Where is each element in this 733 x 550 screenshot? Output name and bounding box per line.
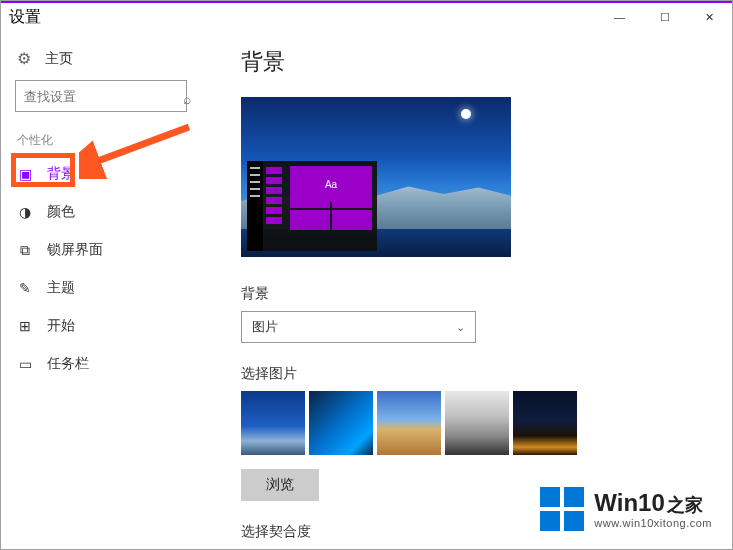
sidebar-item-label: 背景 [47,165,75,183]
windows-logo-icon [540,487,584,531]
sidebar-item-label: 开始 [47,317,75,335]
brush-icon: ✎ [17,280,33,296]
sidebar-item-label: 颜色 [47,203,75,221]
minimize-icon: — [614,11,625,23]
sidebar-item-label: 任务栏 [47,355,89,373]
window-controls: — ☐ ✕ [597,3,732,31]
close-button[interactable]: ✕ [687,3,732,31]
dropdown-value: 图片 [252,318,278,336]
sidebar-item-taskbar[interactable]: ▭ 任务栏 [1,345,201,383]
chevron-down-icon: ⌄ [456,321,465,334]
start-icon: ⊞ [17,318,33,334]
sidebar-item-themes[interactable]: ✎ 主题 [1,269,201,307]
sidebar-item-colors[interactable]: ◑ 颜色 [1,193,201,231]
thumbnail-1[interactable] [241,391,305,455]
titlebar: 设置 — ☐ ✕ [1,1,732,31]
section-label: 个性化 [1,122,201,155]
home-label: 主页 [45,50,73,68]
preview-start-menu: Aa [247,161,377,251]
sidebar-item-label: 锁屏界面 [47,241,103,259]
picture-icon: ▣ [17,166,33,182]
background-type-label: 背景 [241,285,712,303]
watermark-url: www.win10xitong.com [594,517,712,529]
browse-button[interactable]: 浏览 [241,469,319,501]
palette-icon: ◑ [17,204,33,220]
choose-picture-label: 选择图片 [241,365,712,383]
close-icon: ✕ [705,11,714,24]
gear-icon: ⚙ [17,49,31,68]
thumbnail-5[interactable] [513,391,577,455]
background-type-dropdown[interactable]: 图片 ⌄ [241,311,476,343]
taskbar-icon: ▭ [17,356,33,372]
home-button[interactable]: ⚙ 主页 [1,41,201,76]
page-title: 背景 [241,47,712,77]
maximize-button[interactable]: ☐ [642,3,687,31]
sidebar-item-lockscreen[interactable]: ⧉ 锁屏界面 [1,231,201,269]
sidebar-item-label: 主题 [47,279,75,297]
background-preview: Aa [241,97,511,257]
watermark-title: Win10之家 [594,489,712,517]
sidebar-item-start[interactable]: ⊞ 开始 [1,307,201,345]
sidebar: ⚙ 主页 ⌕ 个性化 ▣ 背景 ◑ 颜色 ⧉ 锁屏界面 ✎ 主题 ⊞ 开始 ▭ [1,31,201,549]
thumbnail-2[interactable] [309,391,373,455]
maximize-icon: ☐ [660,11,670,24]
thumbnail-3[interactable] [377,391,441,455]
monitor-icon: ⧉ [17,242,33,259]
thumbnail-4[interactable] [445,391,509,455]
search-input[interactable] [15,80,187,112]
window-title: 设置 [9,7,41,28]
thumbnail-row [241,391,712,455]
watermark: Win10之家 www.win10xitong.com [540,487,712,531]
minimize-button[interactable]: — [597,3,642,31]
main-content: 背景 Aa 背景 图片 ⌄ 选择图片 [201,31,732,549]
sidebar-item-background[interactable]: ▣ 背景 [1,155,201,193]
preview-moon [461,109,471,119]
